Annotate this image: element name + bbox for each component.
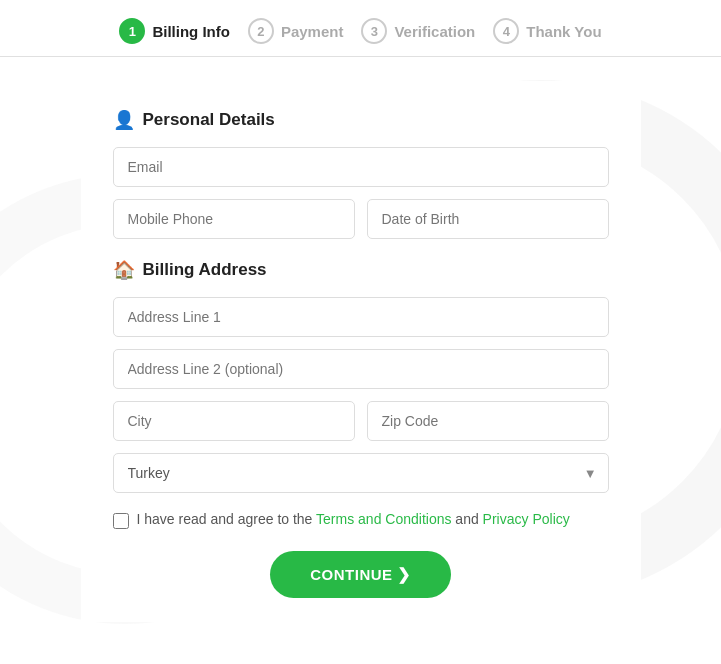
billing-address-section: 🏠 Billing Address Turkey United States <box>113 259 609 493</box>
terms-row: I have read and agree to the Terms and C… <box>113 511 609 529</box>
personal-details-title: Personal Details <box>143 110 275 130</box>
step-3: 3 Verification <box>361 18 475 44</box>
address2-input[interactable] <box>113 349 609 389</box>
continue-button[interactable]: CONTINUE ❯ <box>270 551 451 598</box>
country-select[interactable]: Turkey United States United Kingdom Germ… <box>113 453 609 493</box>
email-group <box>113 147 609 187</box>
step-3-circle: 3 <box>361 18 387 44</box>
address1-group <box>113 297 609 337</box>
home-icon: 🏠 <box>113 259 135 281</box>
terms-link[interactable]: Terms and Conditions <box>316 511 451 527</box>
terms-text-before: I have read and agree to the <box>137 511 313 527</box>
billing-address-title: Billing Address <box>143 260 267 280</box>
zip-input[interactable] <box>367 401 609 441</box>
step-2-label: Payment <box>281 23 344 40</box>
step-1-label: Billing Info <box>152 23 229 40</box>
city-zip-row <box>113 401 609 441</box>
page-wrapper: 1 Billing Info 2 Payment 3 Verification … <box>0 0 721 664</box>
terms-text: I have read and agree to the Terms and C… <box>137 511 570 527</box>
form-card: 👤 Personal Details 🏠 Billing Address <box>81 81 641 622</box>
address2-group <box>113 349 609 389</box>
terms-and: and <box>455 511 478 527</box>
step-1-circle: 1 <box>119 18 145 44</box>
step-4-label: Thank You <box>526 23 601 40</box>
steps-nav: 1 Billing Info 2 Payment 3 Verification … <box>0 0 721 57</box>
privacy-label: Privacy Policy <box>483 511 570 527</box>
city-input[interactable] <box>113 401 355 441</box>
personal-details-section: 👤 Personal Details <box>113 109 609 131</box>
privacy-link[interactable]: Privacy Policy <box>483 511 570 527</box>
address1-input[interactable] <box>113 297 609 337</box>
billing-address-title-row: 🏠 Billing Address <box>113 259 609 281</box>
continue-button-label: CONTINUE <box>310 566 392 583</box>
terms-checkbox[interactable] <box>113 513 129 529</box>
country-select-wrapper: Turkey United States United Kingdom Germ… <box>113 453 609 493</box>
arrow-right-icon: ❯ <box>397 566 411 583</box>
mobile-phone-input[interactable] <box>113 199 355 239</box>
person-icon: 👤 <box>113 109 135 131</box>
country-group: Turkey United States United Kingdom Germ… <box>113 453 609 493</box>
terms-label: Terms and Conditions <box>316 511 451 527</box>
step-2-circle: 2 <box>248 18 274 44</box>
step-4: 4 Thank You <box>493 18 601 44</box>
step-3-label: Verification <box>394 23 475 40</box>
dob-input[interactable] <box>367 199 609 239</box>
step-1: 1 Billing Info <box>119 18 229 44</box>
phone-dob-row <box>113 199 609 239</box>
email-input[interactable] <box>113 147 609 187</box>
step-2: 2 Payment <box>248 18 344 44</box>
step-4-circle: 4 <box>493 18 519 44</box>
